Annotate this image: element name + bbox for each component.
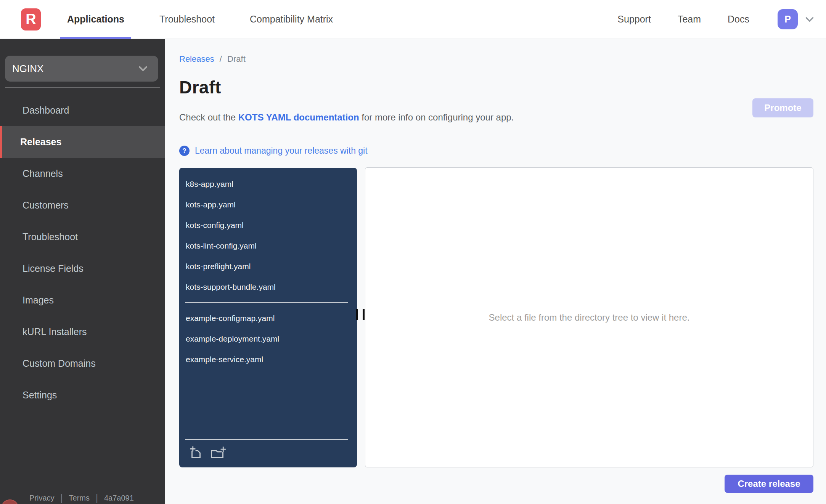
sidebar-item-settings[interactable]: Settings — [0, 379, 165, 411]
main-content: Releases / Draft Draft Check out the KOT… — [165, 39, 826, 504]
replicated-logo[interactable]: R — [21, 8, 41, 30]
git-releases-link[interactable]: Learn about managing your releases with … — [195, 146, 368, 156]
top-navigation: R Applications Troubleshoot Compatibilit… — [0, 0, 826, 39]
footer-separator: | — [96, 493, 98, 503]
resize-bar — [363, 309, 365, 320]
tab-compatibility-matrix[interactable]: Compatibility Matrix — [243, 0, 340, 39]
file-item[interactable]: example-configmap.yaml — [179, 308, 357, 329]
file-item[interactable]: example-service.yaml — [179, 349, 357, 370]
create-release-button[interactable]: Create release — [725, 475, 813, 493]
promote-button[interactable]: Promote — [752, 98, 813, 117]
sidebar-item-troubleshoot[interactable]: Troubleshoot — [0, 221, 165, 253]
page-title: Draft — [179, 77, 221, 98]
nav-link-support[interactable]: Support — [617, 14, 651, 25]
app-sidebar: NGINX Dashboard Releases Channels Custom… — [0, 39, 165, 504]
sidebar-item-dashboard[interactable]: Dashboard — [0, 95, 165, 126]
breadcrumb-releases-link[interactable]: Releases — [179, 54, 214, 64]
sidebar-item-kurl-installers[interactable]: kURL Installers — [0, 316, 165, 348]
kots-file-group: k8s-app.yaml kots-app.yaml kots-config.y… — [179, 174, 357, 297]
sidebar-item-custom-domains[interactable]: Custom Domains — [0, 348, 165, 379]
file-viewer-panel: Select a file from the directory tree to… — [365, 167, 813, 467]
sidebar-item-images[interactable]: Images — [0, 284, 165, 316]
help-icon: ? — [179, 146, 190, 156]
page-description: Check out the KOTS YAML documentation fo… — [179, 112, 514, 123]
kots-yaml-docs-link[interactable]: KOTS YAML documentation — [238, 112, 359, 122]
add-folder-icon[interactable] — [210, 446, 226, 460]
add-file-icon[interactable] — [189, 446, 203, 460]
tree-actions-bar — [179, 434, 357, 467]
build-version: 4a7a091 — [104, 494, 134, 502]
file-item[interactable]: kots-lint-config.yaml — [179, 236, 357, 256]
sidebar-item-license-fields[interactable]: License Fields — [0, 253, 165, 284]
primary-tabs: Applications Troubleshoot Compatibility … — [60, 0, 340, 39]
nav-link-team[interactable]: Team — [678, 14, 701, 25]
terms-link[interactable]: Terms — [69, 494, 90, 502]
file-item[interactable]: example-deployment.yaml — [179, 329, 357, 349]
nav-right-group: Support Team Docs P — [591, 9, 826, 29]
footer-separator: | — [61, 493, 63, 503]
tab-applications[interactable]: Applications — [60, 0, 131, 39]
sidebar-item-releases[interactable]: Releases — [0, 126, 165, 158]
file-item[interactable]: kots-support-bundle.yaml — [179, 277, 357, 297]
file-group-divider — [185, 302, 348, 303]
nav-link-docs[interactable]: Docs — [728, 14, 749, 25]
sidebar-divider — [5, 87, 160, 88]
sidebar-menu: Dashboard Releases Channels Customers Tr… — [0, 95, 165, 411]
file-tree-panel: k8s-app.yaml kots-app.yaml kots-config.y… — [179, 168, 357, 467]
app-selector-dropdown[interactable]: NGINX — [5, 56, 158, 82]
privacy-link[interactable]: Privacy — [29, 494, 55, 502]
breadcrumb-separator: / — [220, 54, 222, 64]
avatar[interactable]: P — [778, 9, 798, 29]
breadcrumb-current: Draft — [227, 54, 246, 64]
description-prefix: Check out the — [179, 112, 238, 122]
chevron-down-icon — [136, 62, 150, 75]
sidebar-item-channels[interactable]: Channels — [0, 158, 165, 189]
file-item[interactable]: kots-preflight.yaml — [179, 256, 357, 277]
tab-troubleshoot[interactable]: Troubleshoot — [153, 0, 222, 39]
viewer-placeholder-text: Select a file from the directory tree to… — [489, 312, 690, 323]
panel-resize-handle[interactable] — [356, 309, 365, 320]
sidebar-footer: Privacy | Terms | 4a7a091 — [29, 493, 134, 503]
example-file-group: example-configmap.yaml example-deploymen… — [179, 308, 357, 370]
git-help-row: ? Learn about managing your releases wit… — [179, 146, 368, 156]
description-suffix: for more info on configuring your app. — [359, 112, 514, 122]
app-selector-value: NGINX — [12, 63, 43, 75]
file-item[interactable]: kots-app.yaml — [179, 194, 357, 215]
breadcrumb: Releases / Draft — [179, 54, 246, 64]
file-item[interactable]: kots-config.yaml — [179, 215, 357, 236]
chevron-down-icon[interactable] — [803, 13, 816, 26]
resize-bar — [356, 309, 358, 320]
chat-bubble[interactable] — [1, 499, 19, 504]
file-item[interactable]: k8s-app.yaml — [179, 174, 357, 194]
sidebar-item-customers[interactable]: Customers — [0, 189, 165, 221]
